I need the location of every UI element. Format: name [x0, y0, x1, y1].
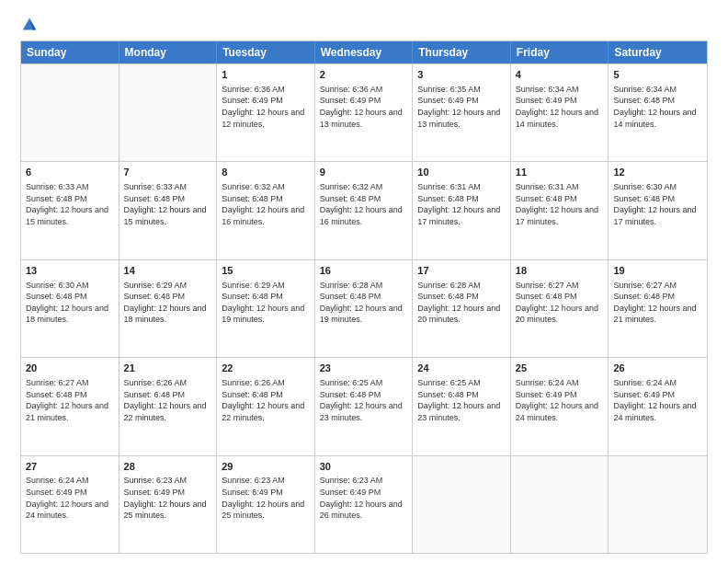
day-info: Sunrise: 6:27 AM Sunset: 6:48 PM Dayligh… — [26, 377, 114, 423]
cal-cell-1-4: 2Sunrise: 6:36 AM Sunset: 6:49 PM Daylig… — [315, 64, 414, 161]
day-number: 12 — [613, 166, 702, 179]
day-number: 15 — [222, 264, 310, 278]
cal-cell-4-4: 23Sunrise: 6:25 AM Sunset: 6:48 PM Dayli… — [315, 358, 414, 454]
cal-cell-4-2: 21Sunrise: 6:26 AM Sunset: 6:48 PM Dayli… — [119, 358, 218, 454]
cal-cell-5-6 — [511, 456, 609, 553]
cal-cell-5-5 — [413, 456, 511, 553]
cal-cell-5-4: 30Sunrise: 6:23 AM Sunset: 6:49 PM Dayli… — [315, 456, 414, 553]
day-info: Sunrise: 6:34 AM Sunset: 6:48 PM Dayligh… — [613, 84, 702, 130]
cal-cell-5-7 — [609, 456, 707, 553]
day-info: Sunrise: 6:25 AM Sunset: 6:48 PM Dayligh… — [417, 377, 506, 423]
day-number: 17 — [417, 264, 506, 278]
day-number: 21 — [124, 362, 212, 375]
day-info: Sunrise: 6:29 AM Sunset: 6:48 PM Dayligh… — [222, 280, 310, 326]
day-number: 27 — [26, 460, 114, 474]
day-info: Sunrise: 6:36 AM Sunset: 6:49 PM Dayligh… — [320, 84, 408, 130]
cal-cell-2-2: 7Sunrise: 6:33 AM Sunset: 6:48 PM Daylig… — [119, 162, 218, 259]
cal-cell-3-2: 14Sunrise: 6:29 AM Sunset: 6:48 PM Dayli… — [119, 260, 218, 357]
day-info: Sunrise: 6:30 AM Sunset: 6:48 PM Dayligh… — [613, 181, 702, 227]
cal-cell-2-4: 9Sunrise: 6:32 AM Sunset: 6:48 PM Daylig… — [315, 162, 414, 259]
cal-cell-4-6: 25Sunrise: 6:24 AM Sunset: 6:49 PM Dayli… — [511, 358, 609, 454]
day-info: Sunrise: 6:36 AM Sunset: 6:49 PM Dayligh… — [222, 84, 310, 130]
day-info: Sunrise: 6:23 AM Sunset: 6:49 PM Dayligh… — [124, 475, 212, 521]
day-number: 22 — [222, 362, 310, 375]
day-info: Sunrise: 6:24 AM Sunset: 6:49 PM Dayligh… — [516, 377, 604, 423]
cal-cell-4-1: 20Sunrise: 6:27 AM Sunset: 6:48 PM Dayli… — [21, 358, 119, 454]
cal-cell-1-5: 3Sunrise: 6:35 AM Sunset: 6:49 PM Daylig… — [413, 64, 511, 161]
day-number: 4 — [516, 68, 604, 82]
header — [20, 17, 708, 33]
day-number: 23 — [320, 362, 408, 375]
day-number: 10 — [417, 166, 506, 179]
day-info: Sunrise: 6:27 AM Sunset: 6:48 PM Dayligh… — [613, 280, 702, 326]
cal-cell-5-2: 28Sunrise: 6:23 AM Sunset: 6:49 PM Dayli… — [119, 456, 218, 553]
page: SundayMondayTuesdayWednesdayThursdayFrid… — [0, 0, 728, 563]
cal-cell-2-5: 10Sunrise: 6:31 AM Sunset: 6:48 PM Dayli… — [413, 162, 511, 259]
week-row-1: 1Sunrise: 6:36 AM Sunset: 6:49 PM Daylig… — [21, 63, 707, 161]
day-info: Sunrise: 6:30 AM Sunset: 6:48 PM Dayligh… — [26, 280, 114, 326]
day-number: 28 — [124, 460, 212, 474]
day-number: 25 — [516, 362, 604, 375]
cal-cell-1-7: 5Sunrise: 6:34 AM Sunset: 6:48 PM Daylig… — [609, 64, 707, 161]
day-number: 26 — [613, 362, 702, 375]
day-info: Sunrise: 6:23 AM Sunset: 6:49 PM Dayligh… — [222, 475, 310, 521]
day-number: 5 — [613, 68, 702, 82]
cal-cell-1-6: 4Sunrise: 6:34 AM Sunset: 6:49 PM Daylig… — [511, 64, 609, 161]
cal-cell-3-7: 19Sunrise: 6:27 AM Sunset: 6:48 PM Dayli… — [609, 260, 707, 357]
day-info: Sunrise: 6:31 AM Sunset: 6:48 PM Dayligh… — [417, 181, 506, 227]
cal-cell-2-1: 6Sunrise: 6:33 AM Sunset: 6:48 PM Daylig… — [21, 162, 119, 259]
cal-cell-2-3: 8Sunrise: 6:32 AM Sunset: 6:48 PM Daylig… — [217, 162, 315, 259]
day-info: Sunrise: 6:26 AM Sunset: 6:48 PM Dayligh… — [124, 377, 212, 423]
cal-cell-3-3: 15Sunrise: 6:29 AM Sunset: 6:48 PM Dayli… — [217, 260, 315, 357]
day-info: Sunrise: 6:33 AM Sunset: 6:48 PM Dayligh… — [26, 181, 114, 227]
calendar-body: 1Sunrise: 6:36 AM Sunset: 6:49 PM Daylig… — [21, 63, 707, 553]
week-row-5: 27Sunrise: 6:24 AM Sunset: 6:49 PM Dayli… — [21, 455, 707, 553]
calendar: SundayMondayTuesdayWednesdayThursdayFrid… — [20, 40, 708, 554]
day-number: 11 — [516, 166, 604, 179]
day-info: Sunrise: 6:32 AM Sunset: 6:48 PM Dayligh… — [222, 181, 310, 227]
header-day-saturday: Saturday — [609, 41, 707, 63]
day-number: 30 — [320, 460, 408, 474]
day-number: 20 — [26, 362, 114, 375]
week-row-4: 20Sunrise: 6:27 AM Sunset: 6:48 PM Dayli… — [21, 357, 707, 454]
week-row-3: 13Sunrise: 6:30 AM Sunset: 6:48 PM Dayli… — [21, 259, 707, 357]
day-number: 2 — [320, 68, 408, 82]
logo — [20, 17, 38, 33]
day-number: 18 — [516, 264, 604, 278]
day-number: 8 — [222, 166, 310, 179]
day-info: Sunrise: 6:28 AM Sunset: 6:48 PM Dayligh… — [417, 280, 506, 326]
day-info: Sunrise: 6:26 AM Sunset: 6:48 PM Dayligh… — [222, 377, 310, 423]
cal-cell-1-2 — [119, 64, 218, 161]
day-number: 29 — [222, 460, 310, 474]
header-day-wednesday: Wednesday — [315, 41, 414, 63]
cal-cell-3-6: 18Sunrise: 6:27 AM Sunset: 6:48 PM Dayli… — [511, 260, 609, 357]
day-number: 19 — [613, 264, 702, 278]
header-day-tuesday: Tuesday — [217, 41, 315, 63]
cal-cell-4-5: 24Sunrise: 6:25 AM Sunset: 6:48 PM Dayli… — [413, 358, 511, 454]
day-info: Sunrise: 6:23 AM Sunset: 6:49 PM Dayligh… — [320, 475, 408, 521]
day-info: Sunrise: 6:27 AM Sunset: 6:48 PM Dayligh… — [516, 280, 604, 326]
day-number: 3 — [417, 68, 506, 82]
day-number: 14 — [124, 264, 212, 278]
week-row-2: 6Sunrise: 6:33 AM Sunset: 6:48 PM Daylig… — [21, 161, 707, 259]
cal-cell-3-4: 16Sunrise: 6:28 AM Sunset: 6:48 PM Dayli… — [315, 260, 414, 357]
day-info: Sunrise: 6:33 AM Sunset: 6:48 PM Dayligh… — [124, 181, 212, 227]
cal-cell-5-1: 27Sunrise: 6:24 AM Sunset: 6:49 PM Dayli… — [21, 456, 119, 553]
day-number: 16 — [320, 264, 408, 278]
cal-cell-5-3: 29Sunrise: 6:23 AM Sunset: 6:49 PM Dayli… — [217, 456, 315, 553]
day-info: Sunrise: 6:25 AM Sunset: 6:48 PM Dayligh… — [320, 377, 408, 423]
day-info: Sunrise: 6:29 AM Sunset: 6:48 PM Dayligh… — [124, 280, 212, 326]
day-info: Sunrise: 6:32 AM Sunset: 6:48 PM Dayligh… — [320, 181, 408, 227]
cal-cell-3-5: 17Sunrise: 6:28 AM Sunset: 6:48 PM Dayli… — [413, 260, 511, 357]
cal-cell-2-7: 12Sunrise: 6:30 AM Sunset: 6:48 PM Dayli… — [609, 162, 707, 259]
cal-cell-2-6: 11Sunrise: 6:31 AM Sunset: 6:48 PM Dayli… — [511, 162, 609, 259]
day-number: 1 — [222, 68, 310, 82]
cal-cell-4-7: 26Sunrise: 6:24 AM Sunset: 6:49 PM Dayli… — [609, 358, 707, 454]
header-day-monday: Monday — [119, 41, 218, 63]
day-number: 13 — [26, 264, 114, 278]
cal-cell-4-3: 22Sunrise: 6:26 AM Sunset: 6:48 PM Dayli… — [217, 358, 315, 454]
day-number: 7 — [124, 166, 212, 179]
cal-cell-1-3: 1Sunrise: 6:36 AM Sunset: 6:49 PM Daylig… — [217, 64, 315, 161]
day-number: 24 — [417, 362, 506, 375]
header-day-thursday: Thursday — [413, 41, 511, 63]
